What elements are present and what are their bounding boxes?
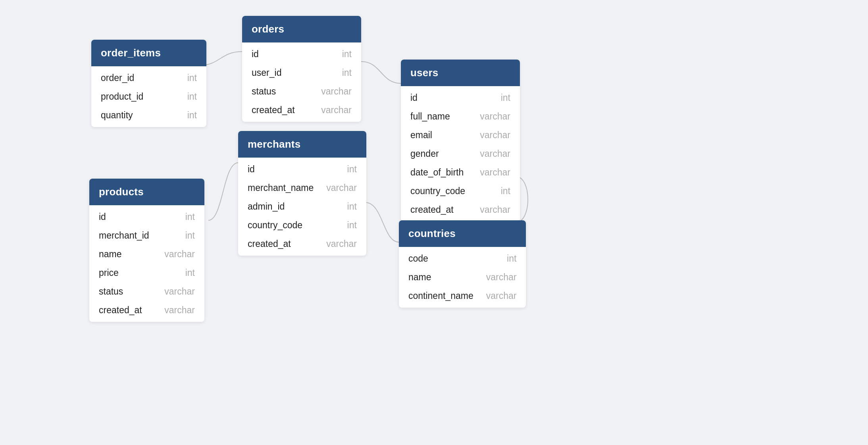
field-name: user_id <box>252 67 281 78</box>
table-order_items-body: order_id int product_id int quantity int <box>91 66 206 127</box>
field-type: varchar <box>326 239 357 249</box>
field-name: created_at <box>248 239 291 249</box>
table-orders-body: id int user_id int status varchar create… <box>242 42 361 122</box>
table-countries-header: countries <box>399 220 526 247</box>
table-users-body: id int full_name varchar email varchar g… <box>401 86 520 222</box>
field-type: int <box>185 212 195 222</box>
field-name: id <box>99 212 106 222</box>
table-row: created_at varchar <box>242 101 361 119</box>
field-name: admin_id <box>248 201 285 212</box>
table-row: country_code int <box>238 216 366 235</box>
table-merchants: merchants id int merchant_name varchar a… <box>238 131 366 256</box>
field-type: varchar <box>486 291 517 301</box>
field-type: varchar <box>326 183 357 193</box>
table-order_items: order_items order_id int product_id int … <box>91 40 206 127</box>
field-name: product_id <box>101 91 143 102</box>
connection-merchants-countries <box>365 202 399 242</box>
table-products: products id int merchant_id int name var… <box>89 179 204 322</box>
field-name: country_code <box>410 186 465 196</box>
field-name: created_at <box>99 305 142 316</box>
table-row: product_id int <box>91 87 206 106</box>
field-type: varchar <box>164 305 195 316</box>
field-name: status <box>252 86 276 97</box>
table-row: continent_name varchar <box>399 287 526 305</box>
table-row: merchant_name varchar <box>238 179 366 197</box>
field-name: price <box>99 268 119 278</box>
table-orders: orders id int user_id int status varchar… <box>242 16 361 122</box>
table-products-header: products <box>89 179 204 205</box>
field-name: date_of_birth <box>410 167 464 178</box>
table-row: created_at varchar <box>401 200 520 219</box>
field-name: gender <box>410 148 439 159</box>
field-name: merchant_name <box>248 183 314 193</box>
table-countries-body: code int name varchar continent_name var… <box>399 247 526 308</box>
field-type: varchar <box>486 272 517 283</box>
table-row: created_at varchar <box>89 301 204 320</box>
field-type: varchar <box>164 249 195 260</box>
table-row: user_id int <box>242 64 361 82</box>
table-row: name varchar <box>399 268 526 287</box>
field-type: int <box>342 67 352 78</box>
table-row: created_at varchar <box>238 235 366 253</box>
table-order_items-header: order_items <box>91 40 206 66</box>
field-name: id <box>252 49 259 60</box>
table-row: status varchar <box>89 282 204 301</box>
field-type: varchar <box>480 204 510 215</box>
field-type: varchar <box>480 130 510 141</box>
field-name: id <box>410 92 418 103</box>
field-name: code <box>408 253 428 264</box>
field-type: int <box>501 186 510 196</box>
table-row: price int <box>89 264 204 282</box>
field-type: varchar <box>480 111 510 122</box>
table-row: status varchar <box>242 82 361 101</box>
field-type: int <box>347 201 357 212</box>
table-row: gender varchar <box>401 144 520 163</box>
table-row: email varchar <box>401 126 520 144</box>
table-row: date_of_birth varchar <box>401 163 520 182</box>
field-type: int <box>187 73 197 83</box>
field-type: int <box>501 92 510 103</box>
field-name: created_at <box>252 105 295 116</box>
table-row: id int <box>242 45 361 64</box>
field-name: name <box>408 272 431 283</box>
table-row: id int <box>238 160 366 179</box>
field-type: varchar <box>480 167 510 178</box>
field-name: full_name <box>410 111 450 122</box>
field-name: continent_name <box>408 291 473 301</box>
table-row: full_name varchar <box>401 107 520 126</box>
table-row: quantity int <box>91 106 206 125</box>
table-row: code int <box>399 249 526 268</box>
table-countries: countries code int name varchar continen… <box>399 220 526 308</box>
field-name: status <box>99 286 123 297</box>
table-row: name varchar <box>89 245 204 264</box>
table-merchants-header: merchants <box>238 131 366 158</box>
field-type: int <box>507 253 516 264</box>
table-row: id int <box>89 208 204 226</box>
field-name: name <box>99 249 122 260</box>
field-type: int <box>347 164 357 175</box>
field-type: int <box>185 268 195 278</box>
connection-products-merchants <box>208 163 238 220</box>
field-type: int <box>342 49 352 60</box>
connection-orders-users <box>361 62 401 83</box>
field-type: varchar <box>164 286 195 297</box>
field-name: quantity <box>101 110 133 121</box>
field-name: email <box>410 130 432 141</box>
field-type: varchar <box>480 148 510 159</box>
field-name: created_at <box>410 204 454 215</box>
table-users-header: users <box>401 60 520 86</box>
field-type: varchar <box>321 105 352 116</box>
table-row: merchant_id int <box>89 226 204 245</box>
table-orders-header: orders <box>242 16 361 42</box>
field-type: int <box>185 230 195 241</box>
field-type: int <box>347 220 357 231</box>
table-row: admin_id int <box>238 197 366 216</box>
table-row: id int <box>401 89 520 107</box>
table-merchants-body: id int merchant_name varchar admin_id in… <box>238 158 366 256</box>
table-row: order_id int <box>91 69 206 87</box>
field-name: id <box>248 164 255 175</box>
field-name: order_id <box>101 73 134 83</box>
diagram-canvas: order_items order_id int product_id int … <box>0 0 868 445</box>
field-name: merchant_id <box>99 230 149 241</box>
field-name: country_code <box>248 220 302 231</box>
